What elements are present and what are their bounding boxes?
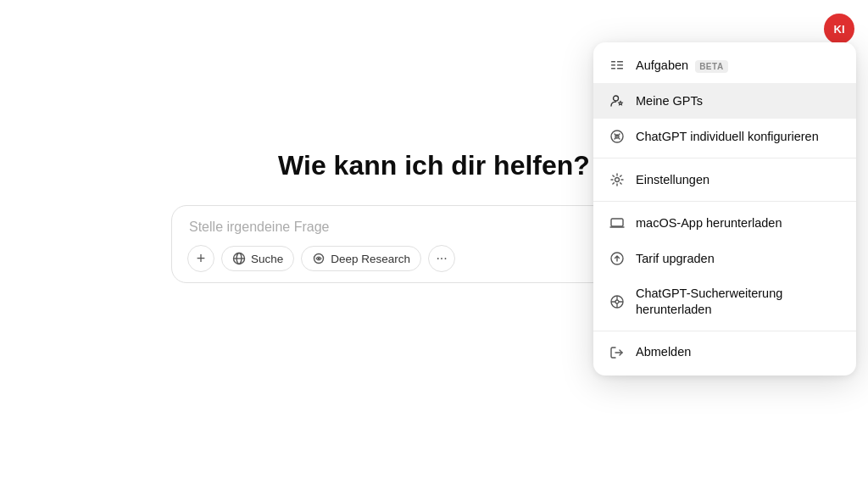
svg-point-18 — [615, 300, 619, 303]
laptop-icon — [609, 214, 626, 231]
divider-1 — [593, 158, 856, 159]
search-button[interactable]: Suche — [221, 246, 294, 271]
search-extension-icon — [609, 293, 626, 310]
svg-rect-10 — [617, 68, 623, 70]
deep-research-label: Deep Research — [331, 253, 410, 265]
svg-rect-7 — [611, 68, 615, 70]
divider-3 — [593, 331, 856, 331]
plus-icon: + — [197, 250, 206, 268]
dropdown-menu: Aufgaben BETA Meine GPTs ChatGPT individ… — [593, 42, 856, 376]
menu-item-abmelden[interactable]: Abmelden — [593, 335, 856, 370]
deep-research-button[interactable]: Deep Research — [301, 246, 421, 271]
search-label: Suche — [251, 253, 283, 265]
abmelden-label: Abmelden — [636, 344, 841, 360]
avatar-initials: KI — [834, 23, 845, 36]
sliders-icon — [609, 128, 626, 145]
macos-label: macOS-App herunterladen — [636, 215, 841, 231]
beta-badge: BETA — [695, 60, 727, 73]
menu-item-macos[interactable]: macOS-App herunterladen — [593, 205, 856, 241]
ellipsis-icon: ··· — [436, 251, 447, 266]
divider-2 — [593, 201, 856, 202]
upgrade-icon — [609, 250, 626, 267]
person-star-icon — [609, 92, 626, 109]
globe-icon — [232, 252, 246, 265]
logout-icon — [609, 344, 626, 361]
meine-gpts-label: Meine GPTs — [636, 93, 841, 109]
menu-item-tarif[interactable]: Tarif upgraden — [593, 241, 856, 276]
svg-point-11 — [614, 96, 619, 101]
svg-rect-9 — [617, 64, 623, 66]
more-button[interactable]: ··· — [428, 245, 455, 272]
svg-point-14 — [615, 178, 620, 182]
add-button[interactable]: + — [187, 245, 214, 272]
avatar[interactable]: KI — [824, 14, 854, 44]
menu-item-aufgaben[interactable]: Aufgaben BETA — [593, 47, 856, 83]
svg-rect-15 — [611, 219, 623, 226]
svg-rect-5 — [611, 61, 615, 63]
einstellungen-label: Einstellungen — [636, 172, 841, 188]
headline: Wie kann ich dir helfen? — [278, 150, 590, 181]
gear-icon — [609, 171, 626, 188]
svg-point-4 — [318, 258, 320, 260]
sucherweiterung-label: ChatGPT-Sucherweiterung herunterladen — [636, 286, 841, 318]
menu-item-einstellungen[interactable]: Einstellungen — [593, 162, 856, 197]
tasks-icon — [609, 57, 626, 74]
svg-rect-6 — [611, 64, 615, 66]
menu-item-meine-gpts[interactable]: Meine GPTs — [593, 83, 856, 119]
tarif-label: Tarif upgraden — [636, 251, 841, 267]
menu-item-sucherweiterung[interactable]: ChatGPT-Sucherweiterung herunterladen — [593, 276, 856, 327]
konfigurieren-label: ChatGPT individuell konfigurieren — [636, 129, 841, 145]
menu-item-konfigurieren[interactable]: ChatGPT individuell konfigurieren — [593, 119, 856, 154]
deep-research-icon — [312, 252, 326, 265]
aufgaben-label: Aufgaben BETA — [636, 58, 841, 74]
svg-rect-8 — [617, 61, 623, 63]
